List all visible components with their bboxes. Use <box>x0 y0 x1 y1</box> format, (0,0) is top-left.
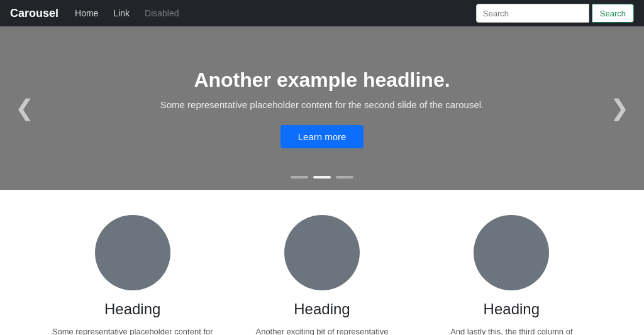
carousel-dot-1[interactable] <box>291 176 308 178</box>
search-input[interactable] <box>476 4 589 23</box>
carousel-dot-2[interactable] <box>313 176 331 178</box>
column-circle-2 <box>284 215 360 290</box>
carousel-title: Another example headline. <box>160 69 484 92</box>
navbar-brand[interactable]: Carousel <box>10 7 58 20</box>
navbar: Carousel Home Link Disabled Search <box>0 0 644 26</box>
carousel-indicators <box>291 176 353 178</box>
column-heading-2: Heading <box>240 300 404 318</box>
column-text-1: Some representative placeholder content … <box>50 326 214 335</box>
column-heading-1: Heading <box>50 300 214 318</box>
column-circle-1 <box>95 215 170 290</box>
carousel-dot-3[interactable] <box>336 176 353 178</box>
nav-search: Search <box>476 4 634 23</box>
carousel-subtitle: Some representative placeholder content … <box>160 99 484 110</box>
column-text-3: And lastly this, the third column of rep… <box>430 326 594 335</box>
column-card-2: Heading Another exciting bit of represen… <box>240 215 404 335</box>
search-button[interactable]: Search <box>592 4 634 23</box>
carousel-learn-more-button[interactable]: Learn more <box>280 125 364 148</box>
column-heading-3: Heading <box>430 300 594 318</box>
nav-link-disabled: Disabled <box>138 4 185 22</box>
carousel-prev-button[interactable]: ❮ <box>5 92 44 124</box>
carousel-content: Another example headline. Some represent… <box>148 56 496 161</box>
nav-links: Home Link Disabled <box>69 4 476 22</box>
column-card-1: Heading Some representative placeholder … <box>50 215 214 335</box>
carousel: ❮ Another example headline. Some represe… <box>0 26 644 190</box>
nav-link-link[interactable]: Link <box>107 4 136 22</box>
column-card-3: Heading And lastly this, the third colum… <box>430 215 594 335</box>
nav-link-home[interactable]: Home <box>69 4 104 22</box>
columns-section: Heading Some representative placeholder … <box>0 190 644 335</box>
carousel-next-button[interactable]: ❯ <box>600 92 639 124</box>
column-circle-3 <box>474 215 549 290</box>
column-text-2: Another exciting bit of representative p… <box>240 326 404 335</box>
